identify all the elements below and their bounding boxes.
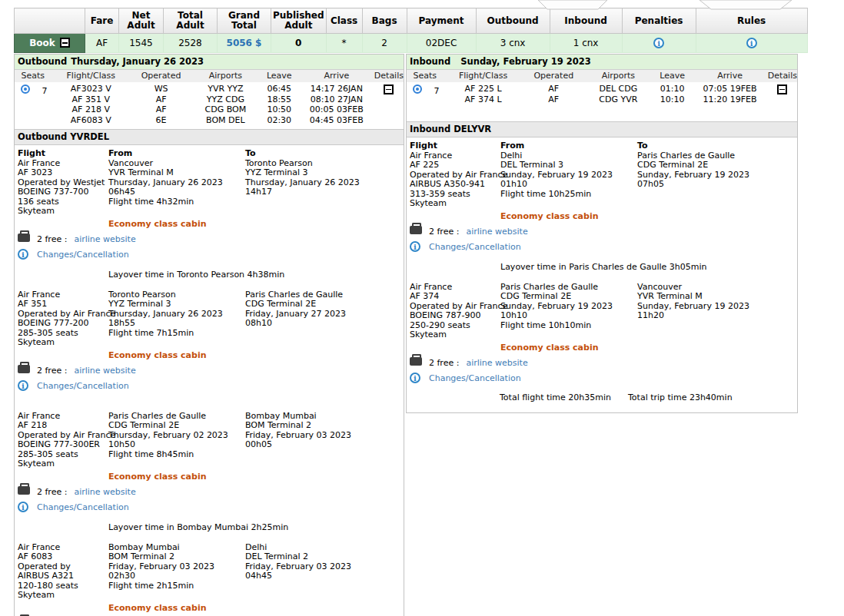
changes-cancellation-link[interactable]: Changes/Cancellation — [429, 373, 521, 383]
fare-carrier: AF — [85, 34, 119, 53]
cabin-class-label: Economy class cabin — [500, 211, 794, 221]
changes-info-icon[interactable] — [18, 502, 28, 512]
options-header-airports: Airports — [191, 70, 259, 83]
details-toggle-minus-icon[interactable] — [384, 84, 394, 94]
rules-info-icon[interactable] — [746, 38, 757, 48]
col-header-to: To — [245, 149, 400, 159]
segment-flight-info: Air France AF 374 Operated by Air France… — [410, 283, 500, 340]
cabin-class-label: Economy class cabin — [108, 603, 400, 613]
segment-to-info: Toronto Pearson YYZ Terminal 3 Thursday,… — [245, 159, 400, 217]
options-header-seats: Seats — [407, 70, 444, 83]
baggage-allowance: 2 free : — [429, 358, 459, 368]
changes-info-icon[interactable] — [18, 249, 28, 260]
fare-header-fare: Fare — [85, 8, 119, 34]
segment-from-info: Paris Charles de Gaulle CDG Terminal 2E … — [108, 412, 245, 469]
option-row: AF 374 L AF CDG YVR 10:10 11:20 19FEB — [407, 94, 797, 105]
cabin-class-label: Economy class cabin — [108, 219, 400, 229]
airline-website-link[interactable]: airline website — [74, 487, 135, 497]
col-header-flight: Flight — [18, 149, 108, 159]
changes-info-icon[interactable] — [18, 380, 28, 391]
layover-note: Layover time in Paris Charles de Gaulle … — [500, 262, 794, 272]
collapse-minus-icon[interactable] — [60, 38, 70, 48]
baggage-icon — [18, 365, 30, 373]
option-radio-selected[interactable] — [413, 84, 422, 94]
baggage-allowance: 2 free : — [37, 366, 67, 376]
option-flight-class: AF 225 L — [444, 83, 523, 94]
changes-info-icon[interactable] — [410, 373, 420, 383]
flight-segment: Air France AF 218 Operated by Air France… — [18, 412, 400, 532]
fare-header-outbound: Outbound — [476, 8, 550, 34]
cabin-class-label: Economy class cabin — [500, 343, 794, 353]
flight-segment: Air France AF 374 Operated by Air France… — [410, 283, 794, 384]
changes-cancellation-link[interactable]: Changes/Cancellation — [37, 250, 129, 260]
segment-to-info: Paris Charles de Gaulle CDG Terminal 2E … — [245, 290, 400, 348]
option-airports: YYZ CDG — [191, 94, 259, 105]
option-leave: 18:55 — [260, 94, 299, 105]
options-header-leave: Leave — [653, 70, 693, 83]
changes-cancellation-link[interactable]: Changes/Cancellation — [429, 242, 521, 252]
segment-flight-info: Air France AF 351 Operated by Air France… — [18, 290, 108, 348]
changes-cancellation-link[interactable]: Changes/Cancellation — [37, 502, 129, 512]
fare-header-row: Fare Net Adult Total Adult Grand Total P… — [15, 8, 808, 34]
flight-segment: Air France AF 6083 Operated by AIRBUS A3… — [18, 543, 400, 616]
outbound-details-band: Outbound YVRDEL — [15, 129, 404, 145]
details-toggle-minus-icon[interactable] — [777, 84, 787, 94]
class-value: * — [326, 34, 362, 53]
inbound-cnx-value: 1 cnx — [550, 34, 622, 53]
option-flight-class: AF3023 V — [51, 83, 131, 94]
airline-website-link[interactable]: airline website — [74, 366, 135, 376]
itinerary-panels: OutboundThursday, January 26 2023 Seats … — [14, 54, 844, 616]
option-operated: WS — [131, 83, 191, 94]
option-airports: YVR YYZ — [191, 83, 259, 94]
segment-from-info: Bombay Mumbai BOM Terminal 2 Friday, Feb… — [108, 543, 245, 601]
fare-header-rules: Rules — [696, 8, 807, 34]
options-header-row: Seats Flight/Class Operated Airports Lea… — [407, 70, 797, 83]
option-operated: AF — [131, 104, 191, 115]
outbound-date: Thursday, January 26 2023 — [71, 56, 204, 67]
inbound-segments: Flight From To Air France AF 225 Operate… — [407, 137, 797, 412]
option-radio-selected[interactable] — [21, 84, 30, 94]
options-header-operated: Operated — [131, 70, 191, 83]
option-arrive: 14:17 26JAN — [299, 83, 374, 94]
payment-value: 02DEC — [407, 34, 476, 53]
fare-header-empty — [15, 8, 85, 34]
trip-totals: Total flight time 20h35min Total trip ti… — [500, 392, 794, 402]
grand-total-value[interactable]: 5056 $ — [218, 34, 271, 53]
option-arrive: 08:10 27JAN — [299, 94, 374, 105]
airline-website-link[interactable]: airline website — [466, 358, 527, 368]
fare-header-published-adult: Published Adult — [271, 8, 327, 34]
inbound-date: Sunday, February 19 2023 — [460, 56, 591, 67]
option-leave: 01:10 — [653, 83, 693, 94]
cabin-class-label: Economy class cabin — [108, 350, 400, 360]
total-adult-value: 2528 — [164, 34, 218, 53]
option-operated: AF — [523, 83, 584, 94]
fare-header-penalties: Penalties — [622, 8, 696, 34]
option-row: 7 AF 225 L AF DEL CDG 01:10 07:05 19FEB — [407, 83, 797, 94]
baggage-allowance: 2 free : — [37, 487, 67, 497]
inbound-details-band: Inbound DELYVR — [407, 121, 797, 137]
fare-header-total-adult: Total Adult — [164, 8, 218, 34]
option-leave: 06:45 — [260, 83, 299, 94]
cropped-tab-artifact — [0, 0, 844, 10]
option-operated: AF — [131, 94, 191, 105]
airline-website-link[interactable]: airline website — [74, 234, 135, 244]
col-header-from: From — [500, 141, 637, 151]
segment-to-info: Vancouver YVR Terminal M Sunday, Februar… — [637, 283, 794, 340]
outbound-section-header: OutboundThursday, January 26 2023 — [15, 55, 404, 70]
layover-note: Layover time in Bombay Mumbai 2h25min — [108, 522, 400, 532]
fare-row: Book AF 1545 2528 5056 $ 0 * 2 02DEC 3 c… — [15, 34, 808, 53]
penalties-info-icon[interactable] — [653, 38, 664, 48]
changes-info-icon[interactable] — [410, 241, 420, 252]
cabin-class-label: Economy class cabin — [108, 472, 400, 482]
outbound-title: Outbound — [18, 56, 67, 67]
airline-website-link[interactable]: airline website — [466, 227, 527, 237]
outbound-panel: OutboundThursday, January 26 2023 Seats … — [14, 54, 404, 616]
fare-header-payment: Payment — [407, 8, 476, 34]
segment-flight-info: Air France AF 225 Operated by Air France… — [410, 151, 500, 209]
book-button[interactable]: Book — [15, 34, 85, 53]
changes-cancellation-link[interactable]: Changes/Cancellation — [37, 381, 129, 391]
segment-flight-info: Air France AF 3023 Operated by Westjet B… — [18, 159, 108, 217]
outbound-segments: Flight From To Air France AF 3023 Operat… — [15, 145, 404, 616]
total-flight-time: Total flight time 20h35min — [500, 392, 611, 402]
options-header-arrive: Arrive — [299, 70, 374, 83]
